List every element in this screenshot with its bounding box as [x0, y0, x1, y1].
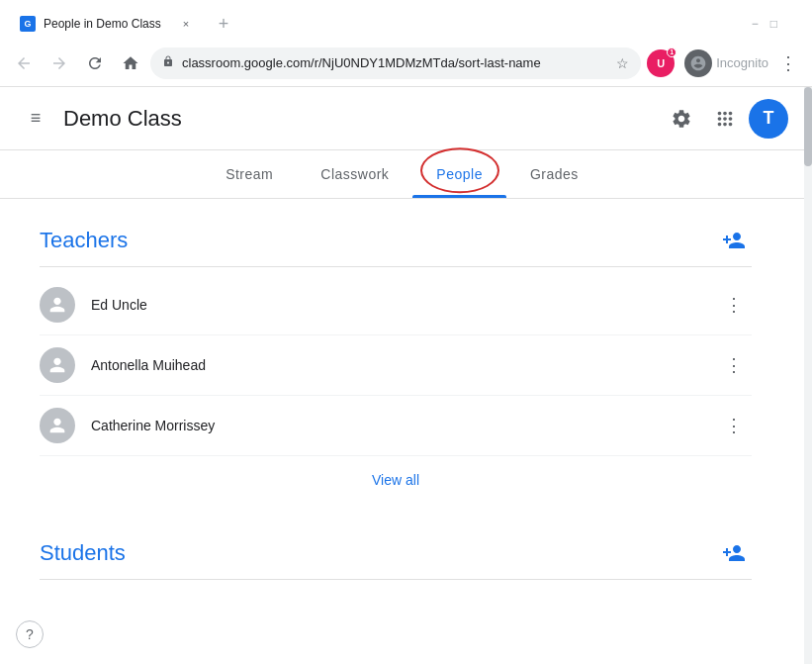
tab-classwork[interactable]: Classwork — [297, 150, 412, 198]
app-header: ≡ Demo Class T — [0, 87, 804, 150]
main-content: Teachers Ed Uncle ⋮ — [0, 199, 791, 635]
lock-icon — [162, 55, 174, 70]
active-tab[interactable]: G People in Demo Class × — [8, 8, 206, 40]
teacher-row: Antonella Muihead ⋮ — [40, 335, 752, 396]
settings-button[interactable] — [662, 99, 701, 139]
students-section-header: Students — [40, 535, 752, 580]
add-teacher-button[interactable] — [716, 223, 752, 258]
header-actions: T — [662, 99, 788, 139]
browser-window: G People in Demo Class × + − □ × — [0, 0, 812, 664]
nav-bar: classroom.google.com/r/NjU0NDY1MDMzMTda/… — [0, 40, 812, 87]
close-window-button[interactable]: × — [789, 17, 796, 31]
incognito-area: Incognito — [684, 49, 768, 77]
user-avatar[interactable]: T — [749, 99, 788, 139]
person-avatar — [40, 408, 75, 443]
teacher-row: Catherine Morrissey ⋮ — [40, 396, 752, 456]
tab-close-button[interactable]: × — [178, 16, 194, 32]
extensions-area: U 1 — [645, 47, 677, 79]
apps-button[interactable] — [705, 99, 745, 139]
teacher-name: Catherine Morrissey — [91, 418, 716, 433]
new-tab-button[interactable]: + — [210, 10, 237, 38]
incognito-icon — [684, 49, 712, 77]
teachers-section-title: Teachers — [40, 228, 128, 253]
back-button[interactable] — [8, 47, 40, 79]
tab-grades[interactable]: Grades — [506, 150, 602, 198]
person-avatar — [40, 347, 75, 383]
teacher-more-button[interactable]: ⋮ — [716, 408, 752, 443]
class-title: Demo Class — [63, 106, 662, 132]
person-avatar — [40, 287, 75, 323]
teachers-section-header: Teachers — [40, 223, 752, 267]
tab-stream[interactable]: Stream — [202, 150, 297, 198]
forward-button[interactable] — [44, 47, 75, 79]
teachers-section: Teachers Ed Uncle ⋮ — [40, 223, 752, 504]
maximize-button[interactable]: □ — [770, 17, 777, 31]
address-bar[interactable]: classroom.google.com/r/NjU0NDY1MDMzMTda/… — [150, 47, 641, 79]
tab-favicon: G — [20, 16, 36, 32]
hamburger-menu[interactable]: ≡ — [16, 99, 55, 139]
tab-title: People in Demo Class — [44, 17, 170, 31]
scrollbar-track — [804, 87, 812, 664]
minimize-button[interactable]: − — [752, 17, 759, 31]
page-content: ≡ Demo Class T Stream Classwork People G… — [0, 87, 804, 664]
extension-badge[interactable]: U 1 — [647, 49, 675, 77]
teacher-name: Antonella Muihead — [91, 357, 716, 373]
scrollbar-thumb[interactable] — [804, 87, 812, 166]
nav-right: U 1 Incognito ⋮ — [645, 47, 804, 79]
tab-people[interactable]: People — [412, 150, 506, 198]
help-button[interactable]: ? — [16, 620, 44, 648]
students-section: Students — [40, 535, 752, 580]
incognito-label: Incognito — [716, 55, 768, 70]
tabs-navigation: Stream Classwork People Grades — [0, 150, 804, 199]
refresh-button[interactable] — [79, 47, 111, 79]
bookmark-icon[interactable]: ☆ — [616, 55, 629, 71]
window-controls: − □ × — [752, 17, 804, 31]
notification-dot: 1 — [667, 47, 677, 57]
tab-bar: G People in Demo Class × + − □ × — [0, 0, 812, 40]
teacher-row: Ed Uncle ⋮ — [40, 275, 752, 335]
teacher-name: Ed Uncle — [91, 297, 716, 313]
students-section-title: Students — [40, 540, 126, 566]
add-student-button[interactable] — [716, 535, 752, 571]
chrome-menu-button[interactable]: ⋮ — [772, 47, 804, 79]
address-text: classroom.google.com/r/NjU0NDY1MDMzMTda/… — [182, 55, 608, 70]
teacher-more-button[interactable]: ⋮ — [716, 287, 752, 323]
teacher-more-button[interactable]: ⋮ — [716, 347, 752, 383]
home-button[interactable] — [115, 47, 146, 79]
view-all-link[interactable]: View all — [40, 456, 752, 504]
